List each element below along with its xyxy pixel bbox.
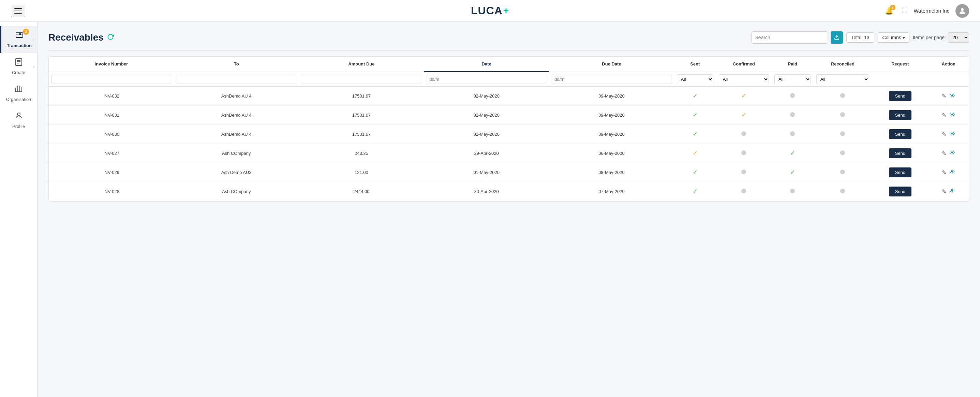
search-input[interactable] bbox=[755, 35, 824, 40]
hamburger-menu[interactable] bbox=[11, 5, 25, 17]
filter-reconciled[interactable]: All bbox=[816, 74, 869, 84]
company-name: Watermelon Inc bbox=[914, 8, 949, 14]
svg-rect-8 bbox=[20, 87, 22, 92]
send-button[interactable]: Send bbox=[889, 110, 912, 120]
columns-button[interactable]: Columns ▾ bbox=[878, 32, 909, 43]
filter-amount[interactable] bbox=[302, 75, 422, 84]
page-title: Receivables bbox=[48, 32, 103, 43]
cell-date: 01-May-2020 bbox=[424, 163, 549, 182]
cell-request: Send bbox=[872, 86, 929, 105]
create-icon bbox=[15, 57, 23, 68]
cell-confirmed bbox=[716, 182, 772, 201]
filter-row: All All All All bbox=[49, 72, 969, 87]
create-arrow: › bbox=[33, 64, 35, 69]
filter-due-date[interactable] bbox=[552, 75, 671, 84]
sidebar-item-create[interactable]: Create › bbox=[0, 53, 37, 80]
cell-date: 02-May-2020 bbox=[424, 105, 549, 124]
cell-due-date: 06-May-2020 bbox=[549, 143, 674, 163]
cell-invoice: INV-029 bbox=[49, 163, 174, 182]
total-badge: Total: 13 bbox=[846, 32, 875, 43]
col-reconciled: Reconciled bbox=[814, 57, 872, 72]
col-request: Request bbox=[872, 57, 929, 72]
sidebar-item-profile[interactable]: Profile bbox=[0, 107, 37, 134]
circle-grey-icon bbox=[741, 189, 746, 193]
organisation-icon bbox=[15, 85, 23, 95]
cell-sent: ✓ bbox=[674, 163, 716, 182]
cell-paid bbox=[772, 105, 814, 124]
cell-to: AshDemo AU 4 bbox=[174, 124, 299, 143]
view-icon[interactable]: 👁 bbox=[950, 112, 955, 118]
cell-confirmed: ✓ bbox=[716, 105, 772, 124]
filter-date[interactable] bbox=[426, 75, 546, 84]
sidebar-item-transaction[interactable]: 3 Transaction › bbox=[0, 26, 37, 53]
sidebar-item-organisation[interactable]: Organisation bbox=[0, 80, 37, 107]
circle-grey-icon bbox=[790, 93, 795, 98]
cell-paid bbox=[772, 182, 814, 201]
table-row: INV-029 Ash Demo AU3 121.00 01-May-2020 … bbox=[49, 163, 969, 182]
edit-icon[interactable]: ✎ bbox=[942, 150, 946, 156]
refresh-button[interactable] bbox=[107, 33, 114, 42]
transaction-badge: 3 bbox=[23, 29, 29, 35]
circle-grey-icon bbox=[840, 112, 845, 117]
cell-action: ✎ 👁 bbox=[929, 105, 969, 124]
items-per-page-select[interactable]: 20 50 100 bbox=[948, 32, 969, 43]
send-button[interactable]: Send bbox=[889, 129, 912, 139]
view-icon[interactable]: 👁 bbox=[950, 150, 955, 156]
circle-grey-icon bbox=[790, 131, 795, 136]
check-green-icon: ✓ bbox=[692, 131, 698, 137]
circle-grey-icon bbox=[790, 112, 795, 117]
col-action: Action bbox=[929, 57, 969, 72]
cell-amount: 17501.67 bbox=[299, 124, 424, 143]
send-button[interactable]: Send bbox=[889, 148, 912, 158]
check-green-icon: ✓ bbox=[692, 169, 698, 175]
check-orange-icon: ✓ bbox=[692, 150, 698, 156]
cell-paid bbox=[772, 86, 814, 105]
header-controls: Total: 13 Columns ▾ Items per page: 20 5… bbox=[751, 31, 969, 44]
columns-label: Columns bbox=[882, 35, 901, 40]
check-orange-icon: ✓ bbox=[741, 92, 746, 99]
cell-due-date: 09-May-2020 bbox=[549, 86, 674, 105]
cell-sent: ✓ bbox=[674, 182, 716, 201]
cell-request: Send bbox=[872, 124, 929, 143]
cell-date: 02-May-2020 bbox=[424, 86, 549, 105]
notification-button[interactable]: 2 🔔 bbox=[883, 5, 896, 17]
expand-icon[interactable]: ⛶ bbox=[902, 7, 908, 14]
filter-paid[interactable]: All bbox=[775, 74, 811, 84]
cell-confirmed: ✓ bbox=[716, 86, 772, 105]
edit-icon[interactable]: ✎ bbox=[942, 93, 946, 99]
circle-grey-icon bbox=[840, 189, 845, 193]
table-row: INV-027 Ash COmpany 243.35 29-Apr-2020 0… bbox=[49, 143, 969, 163]
view-icon[interactable]: 👁 bbox=[950, 188, 955, 195]
view-icon[interactable]: 👁 bbox=[950, 131, 955, 137]
cell-reconciled bbox=[814, 86, 872, 105]
avatar[interactable] bbox=[955, 4, 969, 18]
cell-confirmed bbox=[716, 124, 772, 143]
send-button[interactable]: Send bbox=[889, 91, 912, 101]
col-paid: Paid bbox=[772, 57, 814, 72]
view-icon[interactable]: 👁 bbox=[950, 169, 955, 175]
filter-to[interactable] bbox=[177, 75, 296, 84]
transaction-arrow: › bbox=[33, 37, 35, 42]
transaction-icon bbox=[15, 31, 24, 41]
edit-icon[interactable]: ✎ bbox=[942, 131, 946, 137]
items-per-page-label: Items per page: bbox=[913, 35, 946, 40]
edit-icon[interactable]: ✎ bbox=[942, 188, 946, 195]
col-date[interactable]: Date bbox=[424, 57, 549, 72]
circle-grey-icon bbox=[741, 169, 746, 174]
send-button[interactable]: Send bbox=[889, 187, 912, 196]
send-button[interactable]: Send bbox=[889, 167, 912, 177]
upload-button[interactable] bbox=[830, 31, 843, 44]
cell-due-date: 09-May-2020 bbox=[549, 124, 674, 143]
filter-invoice-number[interactable] bbox=[51, 75, 171, 84]
page-header: Receivables Total: 13 Columns ▾ Items pe… bbox=[48, 31, 969, 44]
filter-confirmed[interactable]: All bbox=[719, 74, 769, 84]
table-row: INV-028 Ash COmpany 2444.00 30-Apr-2020 … bbox=[49, 182, 969, 201]
cell-sent: ✓ bbox=[674, 105, 716, 124]
edit-icon[interactable]: ✎ bbox=[942, 169, 946, 175]
view-icon[interactable]: 👁 bbox=[950, 93, 955, 99]
cell-amount: 17501.67 bbox=[299, 105, 424, 124]
cell-to: Ash Demo AU3 bbox=[174, 163, 299, 182]
filter-sent[interactable]: All bbox=[677, 74, 713, 84]
edit-icon[interactable]: ✎ bbox=[942, 112, 946, 118]
cell-confirmed bbox=[716, 163, 772, 182]
